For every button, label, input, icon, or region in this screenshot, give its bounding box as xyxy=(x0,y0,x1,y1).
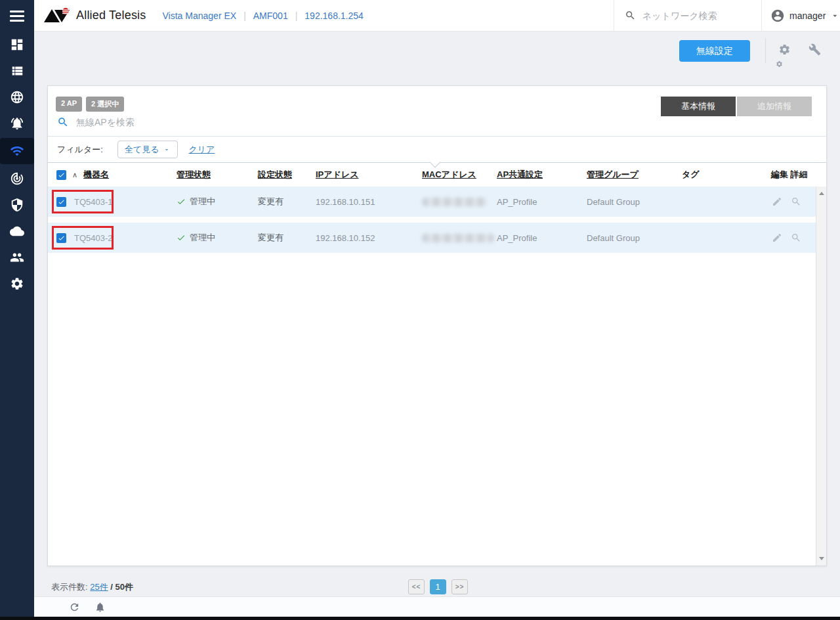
col-mac-address[interactable]: MACアドレス xyxy=(422,169,476,179)
small-gear-icon xyxy=(776,60,783,68)
user-avatar-icon xyxy=(770,8,785,24)
refresh-icon[interactable] xyxy=(69,602,80,613)
col-device-name[interactable]: 機器名 xyxy=(83,169,109,181)
search-icon xyxy=(625,10,636,21)
network-search xyxy=(614,0,761,31)
pagination: << 1 >> xyxy=(408,579,468,594)
edit-pencil-icon[interactable] xyxy=(772,232,782,243)
sidebar-item-security[interactable] xyxy=(0,192,34,218)
select-all-checkbox[interactable] xyxy=(56,170,66,180)
footer-bar xyxy=(34,596,840,617)
ip-address: 192.168.10.151 xyxy=(316,197,422,207)
ap-profile: AP_Profile xyxy=(497,197,587,207)
brand-name: Allied Telesis xyxy=(76,9,146,22)
page-size-link[interactable]: 25件 xyxy=(90,582,108,592)
config-status: 変更有 xyxy=(258,196,316,208)
check-icon xyxy=(58,234,65,242)
display-count: 表示件数: 25件 / 50件 xyxy=(51,581,133,593)
sidebar-item-asset-list[interactable] xyxy=(0,58,34,84)
table-row[interactable]: TQ5403-2 管理中 変更有 192.168.10.152 AP_Profi… xyxy=(48,223,816,253)
globe-icon xyxy=(10,90,24,104)
user-menu[interactable]: manager xyxy=(761,0,840,31)
tools-button[interactable] xyxy=(808,43,821,58)
ap-count-badge: 2 AP xyxy=(56,97,82,112)
network-search-input[interactable] xyxy=(642,11,747,21)
table-row[interactable]: TQ5403-1 管理中 変更有 192.168.10.151 AP_Profi… xyxy=(48,187,816,217)
sidebar-item-cloud-services[interactable] xyxy=(0,218,34,244)
col-mgmt-group[interactable]: 管理グループ xyxy=(587,169,639,179)
row-checkbox[interactable] xyxy=(56,233,66,243)
col-ip-address[interactable]: IPアドレス xyxy=(316,169,359,179)
track-changes-icon xyxy=(10,171,24,186)
current-page-button[interactable]: 1 xyxy=(430,579,446,594)
chevron-down-icon xyxy=(163,146,171,154)
breadcrumb-vista-manager[interactable]: Vista Manager EX xyxy=(156,11,244,21)
notifications-bell-icon[interactable] xyxy=(94,602,106,613)
mgmt-group: Default Group xyxy=(587,233,682,243)
breadcrumb-network[interactable]: AMF001 xyxy=(246,11,295,21)
device-name: TQ5403-2 xyxy=(74,233,113,243)
edit-pencil-icon[interactable] xyxy=(772,196,782,207)
scroll-up-arrow[interactable] xyxy=(819,192,824,195)
col-tag: タグ xyxy=(682,169,700,179)
sidebar-item-event-log[interactable] xyxy=(0,110,34,137)
col-mgmt-status[interactable]: 管理状態 xyxy=(177,169,211,179)
table-body: TQ5403-1 管理中 変更有 192.168.10.151 AP_Profi… xyxy=(48,187,826,565)
wireless-settings-button[interactable]: 無線設定 xyxy=(679,40,750,62)
sidebar-item-dashboard[interactable] xyxy=(0,32,34,58)
managed-check-icon xyxy=(177,233,186,242)
mgmt-group: Default Group xyxy=(587,197,682,207)
sort-asc-indicator: ∧ xyxy=(72,171,77,179)
ip-address: 192.168.10.152 xyxy=(316,233,422,243)
sidebar-item-system-settings[interactable] xyxy=(0,271,34,297)
mac-address-redacted xyxy=(422,234,494,242)
col-edit-detail: 編集 詳細 xyxy=(771,169,808,179)
sidebar-item-wireless[interactable] xyxy=(0,138,34,164)
tab-basic-info[interactable]: 基本情報 xyxy=(661,97,736,116)
col-config-status[interactable]: 設定状態 xyxy=(258,169,292,179)
scroll-down-arrow[interactable] xyxy=(819,557,824,560)
config-status: 変更有 xyxy=(258,232,316,244)
dashboard-icon xyxy=(10,37,24,52)
filter-clear-link[interactable]: クリア xyxy=(188,144,215,156)
ap-search xyxy=(57,116,812,128)
vertical-scrollbar[interactable] xyxy=(816,187,826,565)
cloud-icon xyxy=(10,224,24,238)
filter-dropdown-value: 全て見る xyxy=(125,144,159,156)
settings-button[interactable] xyxy=(778,43,797,59)
row-checkbox[interactable] xyxy=(56,197,66,207)
ap-search-input[interactable] xyxy=(76,117,339,127)
sidebar-item-traffic-monitoring[interactable] xyxy=(0,166,34,192)
prev-page-button[interactable]: << xyxy=(408,579,425,594)
user-name: manager xyxy=(789,11,826,21)
gear-icon xyxy=(778,43,791,56)
ap-list-panel: 2 AP 2 選択中 基本情報 追加情報 フィルター: 全て見る クリア ∧ 機… xyxy=(47,85,827,566)
wifi-icon xyxy=(10,144,24,158)
alarm-bell-icon xyxy=(10,116,24,131)
detail-magnifier-icon[interactable] xyxy=(791,196,801,207)
check-icon xyxy=(58,171,65,179)
top-header: Allied Telesis Vista Manager EX | AMF001… xyxy=(34,0,840,32)
selected-count-badge: 2 選択中 xyxy=(86,97,124,112)
breadcrumb-ip[interactable]: 192.168.1.254 xyxy=(297,11,371,21)
gear-icon xyxy=(10,277,24,291)
wrench-icon xyxy=(808,43,821,56)
window-bottom-edge xyxy=(0,617,840,620)
hamburger-menu-button[interactable] xyxy=(0,0,34,32)
list-icon xyxy=(10,64,24,78)
table-header: ∧ 機器名 管理状態 設定状態 IPアドレス MACアドレス AP共通設定 管理… xyxy=(48,162,826,187)
ap-profile: AP_Profile xyxy=(497,233,587,243)
badges: 2 AP 2 選択中 xyxy=(56,97,124,112)
next-page-button[interactable]: >> xyxy=(452,579,468,594)
view-tabs: 基本情報 追加情報 xyxy=(661,97,812,116)
sidebar xyxy=(0,0,34,620)
detail-magnifier-icon[interactable] xyxy=(791,232,801,243)
tab-additional-info[interactable]: 追加情報 xyxy=(737,97,812,116)
device-name: TQ5403-1 xyxy=(74,197,113,207)
sidebar-item-user-management[interactable] xyxy=(0,244,34,271)
managed-check-icon xyxy=(177,197,186,206)
mac-address-redacted xyxy=(422,198,486,206)
col-ap-profile[interactable]: AP共通設定 xyxy=(497,169,543,179)
sidebar-item-network-map[interactable] xyxy=(0,84,34,110)
filter-dropdown[interactable]: 全て見る xyxy=(117,141,178,158)
